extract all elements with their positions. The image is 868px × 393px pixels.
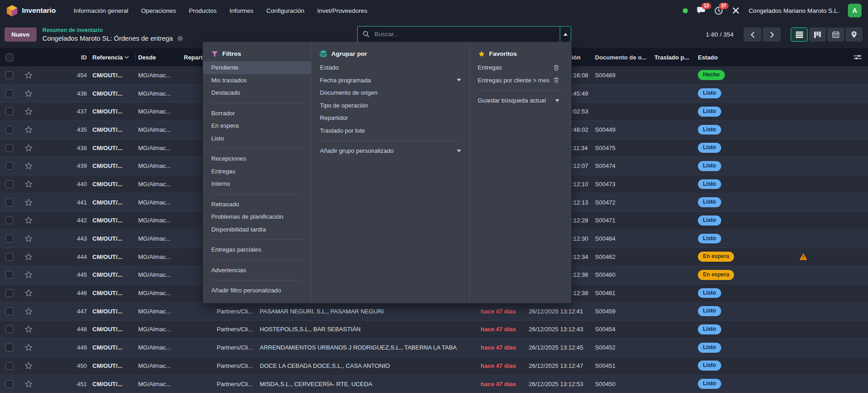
- column-header-traslado[interactable]: Traslado p...: [652, 54, 695, 61]
- row-select-checkbox[interactable]: [0, 180, 18, 188]
- table-row[interactable]: 448CM/OUT/...MG/Almac...Partners/Cli...H…: [0, 321, 868, 339]
- row-select-checkbox[interactable]: [0, 126, 18, 134]
- filter-item[interactable]: Destacado: [203, 86, 311, 99]
- group-by-item[interactable]: Tipo de operación: [311, 99, 469, 112]
- group-by-item[interactable]: Estado: [311, 61, 469, 74]
- row-select-checkbox[interactable]: [0, 380, 18, 388]
- favorite-star-toggle-icon[interactable]: [18, 253, 38, 261]
- column-header-id[interactable]: ID: [38, 54, 90, 61]
- row-select-checkbox[interactable]: [0, 162, 18, 170]
- new-button[interactable]: Nuevo: [5, 27, 37, 42]
- table-row[interactable]: 449CM/OUT/...MG/Almac...Partners/Cli...A…: [0, 339, 868, 357]
- kanban-view-button[interactable]: [809, 27, 826, 42]
- menu-item[interactable]: Información general: [69, 5, 133, 17]
- favorite-star-toggle-icon[interactable]: [18, 307, 38, 315]
- filter-item[interactable]: Disponibilidad tardía: [203, 223, 311, 236]
- table-row[interactable]: 451CM/OUT/...MG/Almac...Partners/Cli...M…: [0, 375, 868, 393]
- favorite-star-toggle-icon[interactable]: [18, 235, 38, 242]
- column-header-estado[interactable]: Estado: [695, 54, 868, 61]
- favorite-star-toggle-icon[interactable]: [18, 271, 38, 279]
- favorite-star-toggle-icon[interactable]: [18, 71, 38, 79]
- row-select-checkbox[interactable]: [0, 235, 18, 242]
- group-by-item[interactable]: Documento de origen: [311, 86, 469, 99]
- favorite-item[interactable]: Entregas: [470, 61, 571, 74]
- favorite-star-toggle-icon[interactable]: [18, 162, 38, 170]
- company-name[interactable]: Congelados Mariano Maroto S.L.: [749, 7, 839, 14]
- favorite-star-toggle-icon[interactable]: [18, 180, 38, 188]
- row-select-checkbox[interactable]: [0, 108, 18, 115]
- row-select-checkbox[interactable]: [0, 307, 18, 315]
- filter-item[interactable]: En espera: [203, 119, 311, 132]
- row-select-checkbox[interactable]: [0, 144, 18, 152]
- filter-item[interactable]: Recepciones: [203, 152, 311, 165]
- filter-item[interactable]: Borrador: [203, 107, 311, 120]
- trash-icon[interactable]: [553, 77, 559, 83]
- favorite-star-toggle-icon[interactable]: [18, 344, 38, 351]
- row-select-checkbox[interactable]: [0, 344, 18, 351]
- favorite-star-toggle-icon[interactable]: [18, 362, 38, 370]
- add-custom-group-item[interactable]: Añadir grupo personalizado: [311, 145, 469, 157]
- favorite-star-toggle-icon[interactable]: [18, 144, 38, 152]
- gear-icon[interactable]: [177, 35, 183, 42]
- filter-item[interactable]: Retrasado: [203, 198, 311, 211]
- breadcrumb-link[interactable]: Resumen de inventario: [43, 27, 183, 33]
- row-select-checkbox[interactable]: [0, 71, 18, 79]
- table-row[interactable]: 447CM/OUT/...MG/Almac...Partners/Cli...P…: [0, 302, 868, 321]
- column-header-desde[interactable]: Desde: [135, 54, 181, 61]
- filter-item[interactable]: Entregas: [203, 165, 311, 178]
- menu-item[interactable]: Configuración: [261, 5, 309, 17]
- group-by-item[interactable]: Fecha programada: [311, 74, 469, 87]
- filter-item[interactable]: Advertencias: [203, 264, 311, 277]
- filter-item[interactable]: Listo: [203, 132, 311, 145]
- pager-previous-button[interactable]: [744, 27, 761, 42]
- favorite-star-toggle-icon[interactable]: [18, 108, 38, 115]
- favorite-star-toggle-icon[interactable]: [18, 380, 38, 388]
- filter-item[interactable]: Problemas de planificación: [203, 210, 311, 223]
- filter-item[interactable]: Interno: [203, 178, 311, 190]
- menu-item[interactable]: Operaciones: [136, 5, 181, 17]
- column-header-documento-origen[interactable]: Documento de o...: [592, 54, 652, 61]
- row-select-checkbox[interactable]: [0, 199, 18, 206]
- app-brand[interactable]: Inventario: [6, 5, 56, 17]
- calendar-view-button[interactable]: [827, 27, 844, 42]
- select-all-checkbox[interactable]: [0, 54, 18, 61]
- favorite-star-toggle-icon[interactable]: [18, 325, 38, 333]
- menu-item[interactable]: Informes: [225, 5, 259, 17]
- group-by-item[interactable]: Repartidor: [311, 112, 469, 124]
- filter-item[interactable]: Mis traslados: [203, 74, 311, 87]
- search-input-box[interactable]: [357, 26, 560, 42]
- row-select-checkbox[interactable]: [0, 216, 18, 224]
- activities-button[interactable]: 37: [714, 6, 723, 15]
- favorite-star-toggle-icon[interactable]: [18, 216, 38, 224]
- debug-tools-button[interactable]: [732, 6, 740, 15]
- list-view-button[interactable]: [791, 27, 808, 42]
- row-select-checkbox[interactable]: [0, 325, 18, 333]
- filter-item[interactable]: Entregas parciales: [203, 243, 311, 256]
- row-select-checkbox[interactable]: [0, 271, 18, 279]
- search-dropdown-toggle[interactable]: [560, 26, 571, 42]
- filter-item[interactable]: Añadir filtro personalizado: [203, 284, 311, 297]
- column-header-referencia[interactable]: Referencia: [90, 54, 135, 61]
- row-select-checkbox[interactable]: [0, 362, 18, 370]
- table-row[interactable]: 450CM/OUT/...MG/Almac...Partners/Cli...D…: [0, 357, 868, 375]
- row-select-checkbox[interactable]: [0, 289, 18, 297]
- favorite-star-toggle-icon[interactable]: [18, 90, 38, 97]
- user-avatar[interactable]: A: [848, 4, 862, 17]
- pager-next-button[interactable]: [763, 27, 781, 42]
- favorite-star-toggle-icon[interactable]: [18, 126, 38, 134]
- favorite-star-toggle-icon[interactable]: [18, 199, 38, 206]
- search-input[interactable]: [374, 30, 555, 38]
- row-select-checkbox[interactable]: [0, 90, 18, 97]
- menu-item[interactable]: Invet/Proveedores: [312, 5, 373, 17]
- menu-item[interactable]: Productos: [184, 5, 222, 17]
- trash-icon[interactable]: [553, 65, 559, 71]
- column-settings-sliders-icon[interactable]: [854, 54, 862, 60]
- save-current-search-item[interactable]: Guardar búsqueda actual: [470, 94, 571, 107]
- favorite-item[interactable]: Entregas por cliente > mes: [470, 74, 571, 87]
- group-by-item[interactable]: Traslado por lote: [311, 124, 469, 137]
- map-view-button[interactable]: [846, 27, 863, 42]
- row-select-checkbox[interactable]: [0, 253, 18, 261]
- messages-button[interactable]: 13: [697, 6, 706, 15]
- favorite-star-toggle-icon[interactable]: [18, 289, 38, 297]
- filter-item[interactable]: Pendiente: [203, 61, 311, 74]
